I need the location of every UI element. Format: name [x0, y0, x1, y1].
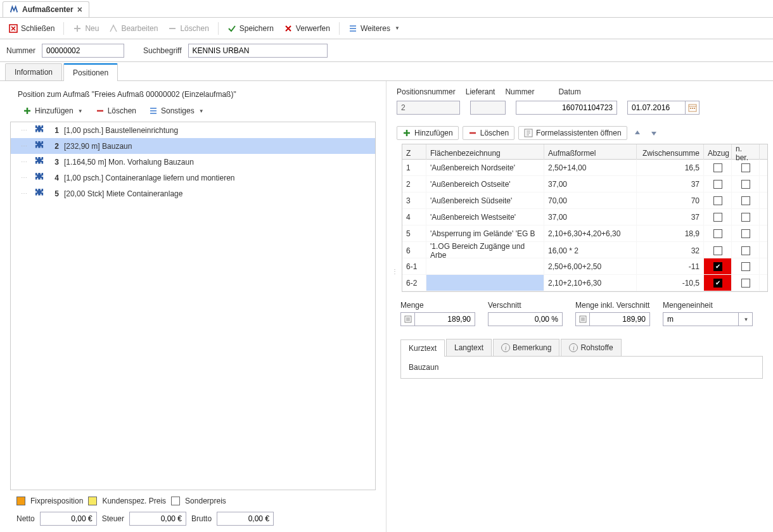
suchbegriff-field[interactable]: [188, 44, 328, 58]
steuer-label: Steuer: [102, 514, 124, 523]
tab-langtext[interactable]: Langtext: [446, 339, 492, 356]
save-button[interactable]: Speichern: [224, 23, 278, 34]
mengeiv-field[interactable]: [589, 312, 650, 326]
nummer-field[interactable]: [42, 44, 124, 58]
nber-checkbox[interactable]: [741, 180, 750, 189]
move-down-button[interactable]: [648, 127, 660, 139]
header-form: Nummer Suchbegriff: [0, 39, 773, 62]
nber-checkbox[interactable]: [741, 262, 750, 271]
tree-item[interactable]: ⋯1[1,00 psch.] Baustelleneinrichtung: [11, 122, 375, 138]
abzug-checkbox[interactable]: [713, 213, 722, 222]
abzug-checkbox[interactable]: [713, 196, 722, 205]
calc-icon[interactable]: [400, 312, 414, 326]
svg-rect-2: [690, 108, 691, 109]
main-split: Position zum Aufmaß "Freies Aufmaß 00000…: [0, 81, 773, 532]
posnr-label: Positionsnummer: [397, 87, 456, 96]
steuer-field[interactable]: [129, 512, 186, 526]
tree-item-text: [20,00 Stck] Miete Containeranlage: [64, 189, 182, 198]
close-button[interactable]: Schließen: [5, 23, 58, 34]
position-caption: Position zum Aufmaß "Freies Aufmaß 00000…: [0, 81, 386, 105]
grid-add-button[interactable]: Hinzufügen: [397, 126, 459, 140]
calc-icon[interactable]: [575, 312, 589, 326]
left-pane: Position zum Aufmaß "Freies Aufmaß 00000…: [0, 81, 386, 532]
tab-rohstoffe[interactable]: iRohstoffe: [561, 339, 621, 356]
grid-row[interactable]: 6-12,50+6,00+2,50-11: [402, 258, 767, 275]
other-button[interactable]: Sonstiges ▼: [145, 105, 208, 117]
calendar-button[interactable]: [686, 101, 700, 115]
tab-positionen[interactable]: Positionen: [63, 63, 118, 81]
grid-delete-button[interactable]: Löschen: [463, 126, 514, 140]
tab-bemerkung[interactable]: iBemerkung: [493, 339, 559, 356]
close-icon[interactable]: ×: [77, 4, 82, 15]
doc-tab-aufmasscenter[interactable]: Aufmaßcenter ×: [3, 1, 89, 17]
abzug-checkbox[interactable]: [713, 163, 722, 172]
abzug-checkbox[interactable]: [713, 279, 722, 288]
move-up-button[interactable]: [631, 127, 644, 139]
grid-row[interactable]: 5'Absperrung im Gelände' 'EG B2,10+6,30+…: [402, 225, 767, 242]
nummer2-field[interactable]: [516, 101, 617, 115]
position-tree[interactable]: ⋯1[1,00 psch.] Baustelleneinrichtung⋯2[2…: [10, 122, 376, 490]
cell-zw: 37: [637, 209, 704, 225]
nber-checkbox[interactable]: [741, 163, 750, 172]
formula-assist-button[interactable]: Formelassistenten öffnen: [518, 126, 627, 140]
grid-row[interactable]: 2'Außenbereich Ostseite'37,0037: [402, 176, 767, 193]
tree-item[interactable]: ⋯4[1,00 psch.] Containeranlage liefern u…: [11, 170, 375, 186]
kurztext-area[interactable]: Bauzaun: [400, 357, 763, 379]
cell-abzug: [704, 160, 732, 175]
brutto-field[interactable]: [217, 512, 274, 526]
abzug-checkbox[interactable]: [713, 229, 722, 238]
tab-kurztext[interactable]: Kurztext: [400, 339, 445, 357]
grid-row[interactable]: 3'Außenbereich Südseite'70,0070: [402, 193, 767, 209]
netto-field[interactable]: [40, 512, 97, 526]
tree-connector-icon: ⋯: [18, 127, 30, 134]
tree-item[interactable]: ⋯3[1.164,50 m] Mon. Vorhalung Bauzaun: [11, 154, 375, 170]
nber-checkbox[interactable]: [741, 213, 750, 222]
plus-green-icon: [402, 129, 411, 137]
einheit-field[interactable]: [663, 312, 739, 326]
minus-red-icon: [96, 106, 105, 115]
nber-checkbox[interactable]: [741, 196, 750, 205]
doc-tab-title: Aufmaßcenter: [22, 5, 73, 14]
verschnitt-field[interactable]: [488, 312, 563, 326]
grid-row[interactable]: 6'1.OG Bereich Zugänge und Arbe16,00 * 2…: [402, 242, 767, 258]
tab-information[interactable]: Information: [5, 63, 62, 80]
cell-zw: -11: [637, 258, 704, 274]
drag-handle-icon[interactable]: ⋮: [392, 268, 397, 275]
content-tabs: Information Positionen: [0, 62, 773, 81]
cell-z: 6-2: [402, 275, 426, 291]
menge-label: Menge: [400, 301, 475, 310]
list-icon: [348, 24, 357, 33]
abzug-checkbox[interactable]: [713, 262, 722, 271]
cell-flaeche: 'Absperrung im Gelände' 'EG B: [426, 225, 544, 241]
formula-icon: [524, 129, 533, 137]
more-button[interactable]: Weiteres ▼: [345, 23, 404, 34]
nber-checkbox[interactable]: [741, 246, 750, 255]
grid-row[interactable]: 6-22,10+2,10+6,30-10,5: [402, 275, 767, 291]
nber-checkbox[interactable]: [741, 279, 750, 288]
discard-button[interactable]: Verwerfen: [280, 23, 334, 34]
cell-flaeche: 'Außenbereich Ostseite': [426, 176, 544, 192]
grid-row[interactable]: 1'Außenbereich Nordseite'2,50+14,0016,5: [402, 160, 767, 176]
add-button[interactable]: Hinzufügen ▼: [19, 105, 87, 117]
cell-flaeche: [426, 258, 544, 274]
cell-z: 5: [402, 225, 426, 241]
delete-left-button[interactable]: Löschen: [92, 105, 140, 117]
cell-abzug: [704, 209, 732, 225]
datum-field[interactable]: [627, 101, 686, 115]
grid-body[interactable]: 1'Außenbereich Nordseite'2,50+14,0016,52…: [402, 160, 767, 291]
einheit-dropdown-button[interactable]: ▼: [739, 312, 753, 326]
verschnitt-label: Verschnitt: [488, 301, 563, 310]
abzug-checkbox[interactable]: [713, 246, 722, 255]
suchbegriff-label: Suchbegriff: [143, 46, 182, 55]
app-logo-icon: [10, 5, 18, 14]
abzug-checkbox[interactable]: [713, 180, 722, 189]
cell-zw: -10,5: [637, 275, 704, 291]
nber-checkbox[interactable]: [741, 229, 750, 238]
menge-field[interactable]: [414, 312, 475, 326]
cell-flaeche: 'Außenbereich Nordseite': [426, 160, 544, 175]
tree-item[interactable]: ⋯5[20,00 Stck] Miete Containeranlage: [11, 186, 375, 201]
calendar-icon: [688, 103, 697, 112]
puzzle-icon: [35, 156, 44, 167]
grid-row[interactable]: 4'Außenbereich Westseite'37,0037: [402, 209, 767, 225]
tree-item[interactable]: ⋯2[232,90 m] Bauzaun: [11, 138, 375, 154]
